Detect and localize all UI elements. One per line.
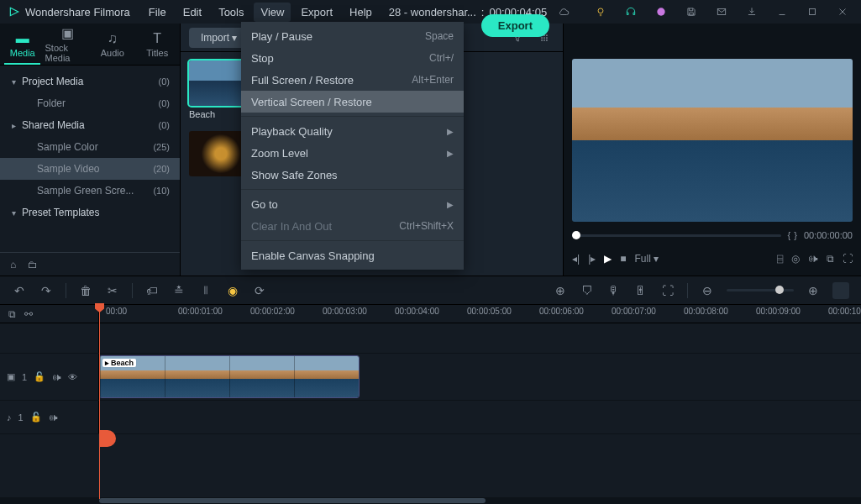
video-track-lane[interactable]: ▸ Beach [99, 354, 861, 400]
snapshot-icon[interactable]: ◎ [791, 253, 800, 265]
lock-icon[interactable]: 🔓 [34, 371, 45, 382]
svg-point-7 [541, 37, 543, 39]
link-icon[interactable]: ⚯ [24, 308, 33, 320]
lock-icon[interactable]: 🔓 [30, 412, 42, 423]
shield-icon[interactable]: ⛉ [580, 283, 595, 298]
menu-item-label: Stop [251, 52, 429, 65]
display-icon[interactable]: ⌸ [777, 253, 783, 265]
adjust-icon[interactable]: ≛ [171, 283, 186, 298]
stop-icon[interactable]: ■ [620, 253, 626, 265]
timeline-ruler[interactable]: 00:0000:00:01:0000:00:02:0000:00:03:0000… [99, 305, 861, 323]
tree-row[interactable]: Folder(0) [0, 92, 180, 114]
play-icon[interactable]: ▶ [604, 253, 612, 265]
tree-count: (20) [153, 164, 170, 174]
profile-icon[interactable] [648, 0, 675, 24]
menu-item[interactable]: Play / PauseSpace [241, 25, 464, 47]
menu-item[interactable]: Full Screen / RestoreAlt+Enter [241, 69, 464, 91]
zoom-out-icon[interactable]: ⊖ [700, 283, 715, 298]
audio-track-lane[interactable] [99, 401, 861, 433]
download-icon[interactable] [738, 0, 765, 24]
zoom-in-icon[interactable]: ⊕ [806, 283, 821, 298]
copy-icon[interactable]: ⧉ [8, 308, 16, 320]
tree-row[interactable]: ▾Project Media(0) [0, 71, 180, 92]
menu-item[interactable]: Show Safe Zones [241, 164, 464, 186]
copy-icon[interactable]: ⧉ [827, 253, 834, 265]
step-back-icon[interactable]: ◂| [572, 253, 580, 265]
ruler-mark: 00:00:06:00 [539, 307, 584, 316]
timeline-clip-beach[interactable]: ▸ Beach [99, 355, 360, 398]
speed-icon[interactable]: ⟳ [252, 283, 267, 298]
scrub-track[interactable] [572, 234, 781, 237]
tab-audio[interactable]: ♫Audio [90, 24, 135, 65]
timeline: ↶ ↷ 🗑 ✂ 🏷 ≛ ⦀ ◉ ⟳ ⊕ ⛉ 🎙 🎚 ⛶ ⊖ ⊕ ⧉ ⚯ 00:0… [0, 276, 861, 504]
new-folder-icon[interactable]: 🗀 [28, 259, 38, 270]
tab-media[interactable]: ▬Media [0, 24, 45, 65]
tree-row[interactable]: Sample Color(25) [0, 136, 180, 158]
import-button[interactable]: Import ▾ [189, 28, 249, 48]
time-brackets: { } [788, 230, 797, 240]
tree-row[interactable]: Sample Green Scre...(10) [0, 180, 180, 202]
fullscreen-icon[interactable]: ⛶ [843, 253, 853, 265]
record-indicator [99, 430, 116, 447]
menu-help[interactable]: Help [343, 3, 379, 22]
menu-file[interactable]: File [142, 3, 173, 22]
menu-item[interactable]: Go to▶ [241, 193, 464, 215]
minimize-icon[interactable] [769, 0, 795, 24]
eye-icon[interactable]: 👁 [68, 372, 77, 382]
close-icon[interactable] [829, 0, 856, 24]
export-button[interactable]: Export [481, 14, 549, 37]
undo-icon[interactable]: ↶ [12, 283, 27, 298]
fit-dropdown[interactable]: Full ▾ [635, 253, 659, 265]
menu-item[interactable]: Playback Quality▶ [241, 120, 464, 142]
home-icon[interactable]: ⌂ [10, 259, 16, 270]
menu-shortcut: Space [425, 30, 454, 42]
menu-tools[interactable]: Tools [212, 3, 250, 22]
menu-item[interactable]: Zoom Level▶ [241, 142, 464, 164]
zoom-slider[interactable] [727, 289, 794, 291]
step-fwd-icon[interactable]: |▸ [588, 253, 596, 265]
music-icon: ♫ [108, 31, 118, 46]
tab-titles[interactable]: TTitles [135, 24, 181, 65]
marker-icon[interactable]: ⊕ [553, 283, 568, 298]
mixer-icon[interactable]: 🎚 [633, 283, 648, 298]
tree-row[interactable]: ▸Shared Media(0) [0, 114, 180, 136]
headphones-icon[interactable] [617, 0, 644, 24]
cut-icon[interactable]: ✂ [105, 283, 120, 298]
crop-icon[interactable]: ⛶ [660, 283, 675, 298]
menu-export[interactable]: Export [294, 3, 339, 22]
menu-edit[interactable]: Edit [176, 3, 208, 22]
timeline-scrollbar[interactable] [0, 497, 861, 504]
lightbulb-icon[interactable] [587, 0, 614, 24]
delete-icon[interactable]: 🗑 [78, 283, 93, 298]
color-icon[interactable]: ◉ [225, 283, 240, 298]
markers-box[interactable] [832, 282, 849, 299]
app-name: Wondershare Filmora [25, 6, 130, 18]
redo-icon[interactable]: ↷ [39, 283, 54, 298]
tree-row[interactable]: Sample Video(20) [0, 158, 180, 180]
tree-label: Shared Media [22, 119, 159, 131]
scrollbar-thumb[interactable] [99, 498, 486, 503]
mute-icon[interactable]: 🕪 [49, 412, 58, 423]
equalizer-icon[interactable]: ⦀ [198, 283, 213, 298]
menu-separator [241, 116, 464, 117]
maximize-icon[interactable] [799, 0, 826, 24]
cloud-icon[interactable] [550, 0, 577, 24]
tab-stock-media[interactable]: ▣Stock Media [45, 24, 91, 65]
timeline-toolbar: ↶ ↷ 🗑 ✂ 🏷 ≛ ⦀ ◉ ⟳ ⊕ ⛉ 🎙 🎚 ⛶ ⊖ ⊕ [0, 276, 861, 305]
mail-icon[interactable] [708, 0, 735, 24]
preview-viewport[interactable] [572, 59, 853, 222]
tag-icon[interactable]: 🏷 [144, 283, 160, 298]
menu-item[interactable]: Enable Canvas Snapping [241, 244, 464, 266]
save-icon[interactable] [678, 0, 705, 24]
mute-icon[interactable]: 🕪 [52, 372, 61, 382]
volume-icon[interactable]: 🕪 [808, 253, 818, 265]
mic-icon[interactable]: 🎙 [606, 283, 622, 298]
scrub-handle[interactable] [572, 231, 580, 239]
playhead[interactable] [99, 305, 100, 499]
tree-row[interactable]: ▾Preset Templates [0, 202, 180, 223]
zoom-handle[interactable] [775, 286, 784, 294]
menu-item[interactable]: StopCtrl+/ [241, 47, 464, 69]
menu-view[interactable]: View [254, 3, 291, 22]
submenu-arrow-icon: ▶ [447, 149, 454, 158]
menu-item[interactable]: Vertical Screen / Restore [241, 91, 464, 113]
